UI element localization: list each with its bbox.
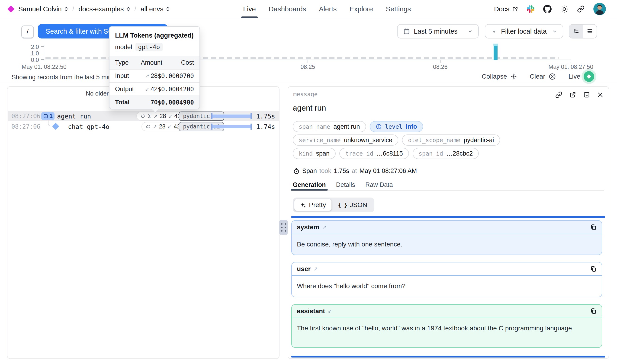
x-tick-mark [571, 60, 571, 63]
model-value: gpt-4o [135, 43, 163, 51]
token-usage-pill[interactable]: Σ ↗ 28 ↙ 42 [136, 112, 185, 121]
input-arrow: ↗ [153, 124, 157, 129]
panel-resize-handle[interactable] [279, 220, 288, 235]
span-name: agent run [57, 112, 91, 120]
x-axis-label-end: May 01. 08:27:50 [536, 64, 606, 70]
llm-tokens-tooltip: LLM Tokens (aggregated) model gpt-4o Typ… [109, 26, 200, 109]
message-text: Be concise, reply with one sentence. [292, 234, 602, 255]
span-id-pill[interactable]: span_id …28cbc2 [413, 148, 479, 159]
user-avatar[interactable] [593, 3, 606, 15]
model-label: model [115, 44, 132, 51]
braces-icon: { } [338, 202, 347, 208]
message-card-system: system ↗ Be concise, reply with one sent… [291, 220, 602, 255]
nav-tab-explore[interactable]: Explore [350, 0, 373, 18]
tooltip-title: LLM Tokens (aggregated) [109, 27, 199, 39]
token-usage-pill[interactable]: ↗ 28 ↙ 42 [142, 122, 184, 131]
span-name-pill[interactable]: span_name agent run [293, 121, 366, 132]
slack-icon[interactable] [527, 5, 534, 13]
copy-link-icon[interactable] [555, 91, 562, 98]
nav-tab-dashboards[interactable]: Dashboards [269, 0, 306, 18]
histogram-bar[interactable] [494, 45, 498, 60]
span-timing: Span took 1.75s at May 01 08:27:06 AM [293, 167, 417, 175]
logfire-app: Samuel Colvin / docs-examples / all envs… [0, 0, 617, 364]
output-arrow: ↙ [145, 86, 149, 92]
trace-row-chat-gpt4o[interactable]: 08:27:06 chat gpt-4o ↗ 28 ↙ 42 pydantic-… [8, 121, 279, 132]
org-selector[interactable]: Samuel Colvin [18, 5, 68, 13]
theme-sun-icon[interactable] [560, 5, 568, 13]
tab-details[interactable]: Details [336, 180, 355, 190]
detail-tabs: Generation Details Raw Data [293, 180, 604, 191]
message-role: user [297, 265, 311, 273]
stopwatch-icon [293, 168, 300, 174]
main-nav: Live Dashboards Alerts Explore Settings [243, 0, 411, 18]
open-external-icon[interactable] [569, 91, 576, 98]
share-link-icon[interactable] [577, 5, 585, 13]
env-selector[interactable]: all envs [141, 5, 170, 13]
copy-icon[interactable] [590, 266, 597, 272]
nav-tab-live[interactable]: Live [243, 0, 256, 18]
y-tick-mark [41, 59, 44, 60]
close-icon[interactable] [597, 91, 604, 98]
token-coin-icon [146, 124, 151, 129]
collapse-square-minus-icon [43, 114, 48, 119]
breadcrumb-separator: / [134, 6, 136, 13]
project-selector[interactable]: docs-examples [79, 5, 130, 13]
docs-link[interactable]: Docs [494, 5, 518, 13]
otel-scope-pill[interactable]: otel_scope_name pydantic-ai [402, 134, 500, 146]
records-controls: Collapse Clear Live [482, 71, 594, 82]
message-role: system [297, 223, 319, 231]
level-pill[interactable]: level Info [370, 121, 423, 132]
external-link-icon [512, 6, 518, 12]
nav-tab-settings[interactable]: Settings [386, 0, 411, 18]
direction-arrow-icon: ↗ [313, 266, 317, 272]
detail-panel-actions [555, 91, 604, 98]
copy-icon[interactable] [590, 308, 597, 314]
dock-panel-icon[interactable] [583, 91, 590, 98]
message-card-assistant: assistant ↙ The first known use of "hell… [291, 304, 602, 348]
pretty-json-toggle: Pretty { } JSON [293, 197, 374, 212]
pretty-view-button[interactable]: Pretty [294, 199, 331, 211]
message-header: user ↗ [292, 262, 602, 276]
collapse-button[interactable]: Collapse [482, 73, 517, 80]
live-toggle[interactable]: Live [568, 71, 594, 82]
calendar-icon [403, 28, 410, 35]
clear-button[interactable]: Clear [530, 73, 556, 80]
x-axis-label: 08:26 [406, 64, 475, 70]
logfire-logo-icon[interactable] [7, 5, 14, 13]
trace-list-panel: No older records 08:27:06 1 agent run Σ … [7, 86, 279, 359]
y-axis-tick: 0.0 [20, 57, 39, 63]
copy-icon[interactable] [590, 224, 597, 231]
kind-pill[interactable]: kind span [293, 148, 336, 159]
token-coin-icon [141, 114, 146, 119]
tree-view-button[interactable] [569, 25, 583, 38]
tooltip-table-header: Type Amount Cost [109, 56, 199, 69]
tooltip-model-row: model gpt-4o [109, 39, 199, 56]
input-tokens: 28 [159, 113, 166, 119]
org-name: Samuel Colvin [18, 5, 62, 13]
live-status-icon [584, 71, 594, 82]
sigma-aggregate: Σ [148, 113, 151, 119]
sparkle-icon [300, 202, 306, 208]
tab-generation[interactable]: Generation [293, 180, 326, 190]
view-mode-toggle [569, 24, 597, 39]
trace-id-pill[interactable]: trace_id …6c8115 [339, 148, 409, 159]
showing-records-text: Showing records from the last 5 minutes [12, 74, 123, 81]
nav-tab-alerts[interactable]: Alerts [319, 0, 337, 18]
tab-raw-data[interactable]: Raw Data [365, 180, 393, 190]
service-name-pill[interactable]: service_name unknown_service [293, 134, 398, 146]
y-tick-mark [41, 53, 44, 53]
collapse-children-badge[interactable]: 1 [41, 112, 54, 120]
output-arrow: ↙ [168, 113, 172, 119]
list-view-button[interactable] [583, 25, 597, 38]
record-kind-label: message [293, 91, 317, 98]
slash-shortcut-key[interactable]: / [21, 26, 34, 38]
scroll-indicator-top [291, 216, 605, 218]
time-range-dropdown[interactable]: Last 5 minutes [397, 24, 479, 39]
github-icon[interactable] [543, 5, 551, 13]
header-actions: Docs [494, 0, 606, 18]
attribute-row: service_name unknown_service otel_scope_… [293, 134, 500, 146]
filter-local-data-dropdown[interactable]: Filter local data [485, 24, 563, 39]
input-arrow: ↗ [145, 73, 149, 79]
filter-icon [491, 28, 497, 35]
json-view-button[interactable]: { } JSON [332, 199, 373, 211]
